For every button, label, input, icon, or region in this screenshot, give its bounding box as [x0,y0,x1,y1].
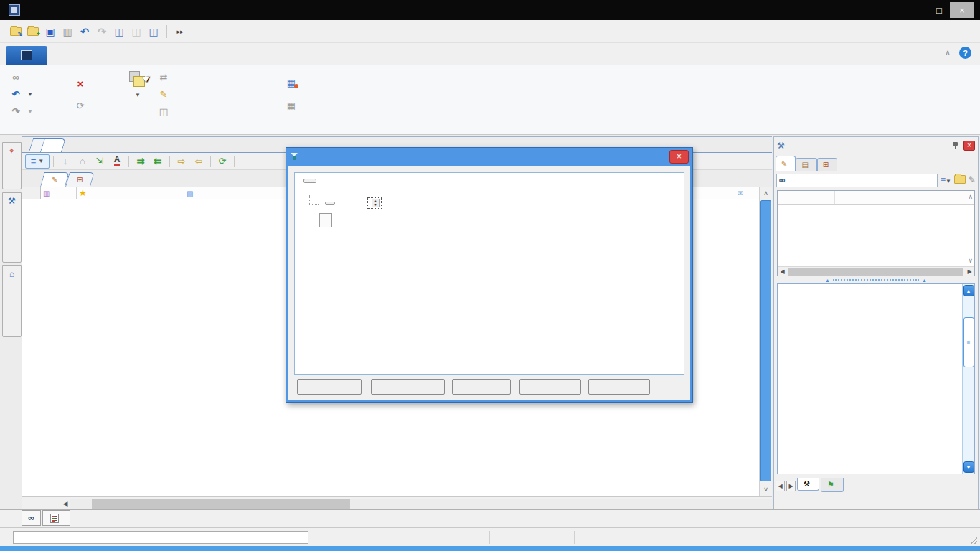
minimize-button[interactable]: – [907,2,928,18]
wand-icon[interactable]: ✎ [969,175,976,185]
home-icon: ⌂ [75,154,90,169]
cancel-button[interactable] [519,379,581,395]
collapse-ribbon-icon[interactable]: ∧ [945,48,951,57]
tab-scroll-right-icon[interactable]: ▶ [786,481,796,491]
import-objects-icon[interactable]: ⇦ [191,154,207,169]
sidebar-item-gps[interactable]: ⌖ [2,142,22,189]
close-button[interactable]: × [950,2,974,18]
filter-root-button[interactable] [303,179,316,183]
vertical-scrollbar[interactable]: ∧ ∨ [759,187,772,496]
tab-extra-keys[interactable]: ⊞ [817,158,837,171]
scroll-left-icon[interactable]: ◀ [778,268,787,275]
add-condition-button[interactable] [319,213,332,227]
horizontal-scrollbar[interactable]: ◀ ▶ [778,266,974,276]
scrollbar-thumb[interactable] [92,499,350,509]
move-down-icon: ↓ [57,154,73,169]
sidebar-item-addresses[interactable]: ⌂ [2,265,22,337]
apply-button[interactable] [588,379,650,395]
spinner-arrows-icon[interactable]: ▲▼ [372,199,380,207]
scroll-up-icon[interactable]: ∧ [968,193,973,200]
maximize-button[interactable]: □ [928,2,950,18]
grid-navigator: ◀ [22,496,772,511]
column-header-zip[interactable]: ✉ [735,187,760,199]
resize-grip[interactable] [970,537,977,544]
save-icon[interactable]: ▣ [42,24,59,39]
save-as-button[interactable] [371,379,445,395]
toolbar-overflow-icon[interactable]: ▸▸ [171,24,189,39]
paste-special-icon[interactable]: ◫ [145,24,162,39]
scroll-up-icon[interactable]: ∧ [760,187,772,199]
close-grid-button[interactable]: ▦ [286,77,300,88]
font-color-icon[interactable]: A [109,154,125,169]
panel-splitter[interactable]: ▲▲ [774,276,978,283]
sidebar-item-tool-palette[interactable]: ⚒ [2,192,22,263]
wand-pencil-icon: ✎ [781,160,787,168]
pin-icon[interactable] [951,141,960,150]
scroll-left-icon[interactable]: ◀ [60,500,70,507]
column-header-num[interactable]: ▥ [41,187,77,199]
undo-icon[interactable]: ↶ [76,24,93,39]
tree-connector [309,195,319,205]
tab-object-properties[interactable]: ✎ [776,156,796,171]
export-icon[interactable]: ▥ [59,24,76,39]
application-menu-button[interactable] [6,46,47,65]
tab-verify-results[interactable] [42,510,70,526]
horizontal-scrollbar[interactable] [70,499,772,509]
panel-close-icon[interactable]: × [963,141,975,151]
list-style-icon[interactable]: ≡▼ [941,175,951,185]
scroll-right-icon[interactable]: ▶ [965,268,974,275]
column-header-label[interactable]: ▤ [184,187,302,199]
export-objects-icon[interactable]: ⇨ [174,154,189,169]
invert-selection-icon: ⇄ [158,72,169,83]
find-description-input[interactable]: ∞ [776,174,938,187]
open-button[interactable] [297,379,362,395]
category-header[interactable] [835,191,895,204]
column-header-type[interactable]: ★ [77,187,184,199]
tab-extras[interactable]: ⊞ [66,172,95,187]
invert-selections-button: ⇄ [158,72,172,83]
select-button[interactable]: ▶ ▼ [122,70,154,98]
condition-menu-button[interactable] [325,202,335,205]
scrollbar-thumb[interactable] [760,200,771,481]
scroll-down-icon[interactable]: ∨ [760,484,772,496]
code-header[interactable] [778,191,835,204]
chevron-down-icon[interactable]: ▼ [135,92,141,98]
value2-spinner[interactable]: ▲▼ [367,197,382,209]
chevron-down-icon[interactable]: ▼ [27,91,33,98]
property-grid: ▲ ≡ ▼ [777,283,975,474]
open-map-icon[interactable]: ⇘ [7,24,24,39]
undo-button[interactable]: ↶▼ [10,89,33,100]
row-numbering-icon[interactable]: ≡▼ [25,154,50,169]
scrollbar-thumb[interactable] [788,268,963,276]
import-rows-icon[interactable]: ⇇ [150,154,166,169]
export-rows-icon[interactable]: ⇉ [133,154,149,169]
scroll-up-icon[interactable]: ▲ [963,285,974,296]
clear-selections-button[interactable]: ✎ [158,89,172,100]
selector-header [22,187,41,199]
bottom-tab-object-properties[interactable]: ⚒ [797,478,819,491]
binoculars-icon: ∞ [10,72,22,83]
delete-button[interactable]: × [75,77,89,90]
find-results-icon[interactable]: ∞ [22,510,41,526]
description-header[interactable] [895,191,974,204]
fit-columns-icon[interactable]: ⇲ [92,154,108,169]
folder-icon[interactable] [954,175,966,186]
wand-pencil-icon: ✎ [52,176,57,184]
app-logo-icon [21,50,32,60]
refresh-icon[interactable]: ⟳ [215,154,230,169]
tab-source[interactable]: ▤ [796,158,816,171]
help-icon[interactable]: ? [959,47,971,59]
tab-all-properties[interactable]: ✎ [40,172,70,187]
scrollbar-thumb[interactable]: ≡ [963,317,974,367]
copy-icon[interactable]: ◫ [110,24,128,39]
scroll-down-icon[interactable]: ▼ [963,461,974,473]
tab-grid[interactable] [40,138,66,152]
bottom-tab-points-of-track[interactable]: ⚑ [821,478,844,492]
add-map-icon[interactable]: + [24,24,42,39]
tab-scroll-left-icon[interactable]: ◀ [776,481,785,491]
scroll-down-icon[interactable]: ∨ [968,257,973,264]
redo-icon: ↷ [10,106,22,117]
property-scrollbar[interactable]: ▲ ≡ ▼ [962,284,974,474]
ok-button[interactable] [452,379,511,395]
dialog-close-button[interactable]: × [669,150,689,164]
